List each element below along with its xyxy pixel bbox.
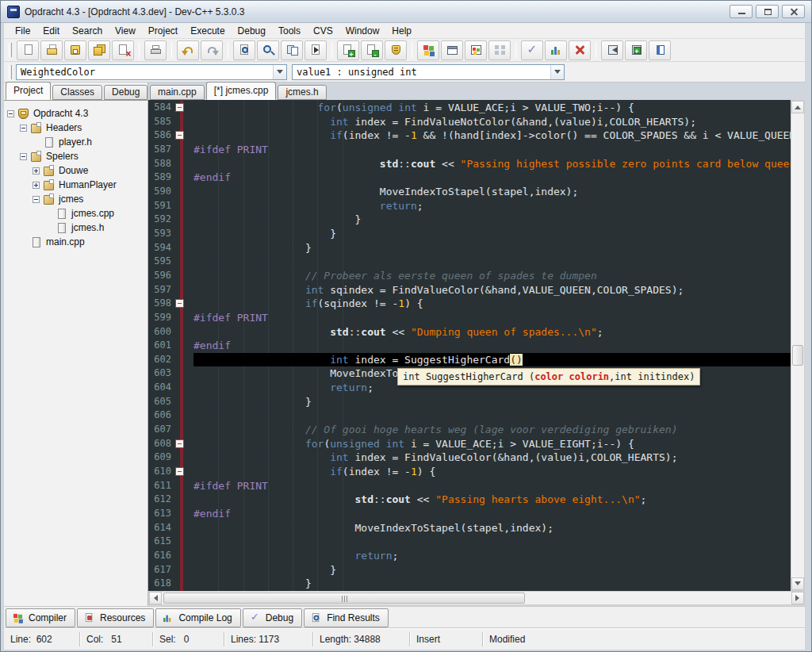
menu-project[interactable]: Project (142, 24, 184, 38)
find-button[interactable] (233, 40, 255, 60)
tree-item-player-h[interactable]: player.h (4, 135, 147, 149)
fold-marker-icon[interactable] (175, 299, 184, 308)
collapse-icon[interactable] (7, 110, 14, 117)
line-number[interactable]: 595 (148, 255, 175, 269)
tree-item-headers[interactable]: Headers (4, 121, 147, 135)
line-number[interactable]: 609 (148, 451, 175, 465)
titlebar[interactable]: Opdracht 4.3 - [Opdracht 4.3.dev] - Dev-… (1, 1, 811, 23)
window-add-button[interactable] (625, 40, 647, 60)
fold-marker-icon[interactable] (175, 103, 184, 112)
line-number[interactable]: 617 (148, 563, 175, 577)
code-line[interactable]: 608 for(unsigned int i = VALUE_ACE;i > V… (148, 437, 791, 451)
code-line[interactable]: 587#ifdef PRINT (148, 143, 791, 157)
menu-help[interactable]: Help (385, 24, 418, 38)
menu-debug[interactable]: Debug (232, 24, 272, 38)
code-line[interactable]: 611#ifdef PRINT (148, 479, 791, 493)
tree-item-jcmes-cpp[interactable]: jcmes.cpp (4, 206, 147, 221)
compile-button[interactable] (337, 40, 359, 60)
code-line[interactable]: 606 (148, 408, 791, 423)
line-number[interactable]: 588 (148, 157, 175, 171)
line-number[interactable]: 603 (148, 366, 175, 381)
maximize-button[interactable] (756, 5, 779, 18)
line-number[interactable]: 611 (148, 479, 175, 493)
line-number[interactable]: 598 (148, 297, 175, 311)
code-line[interactable]: 585 int index = FindValueNotColor(&hand,… (148, 115, 791, 129)
line-number[interactable]: 592 (148, 213, 175, 227)
line-number[interactable]: 591 (148, 199, 175, 213)
bottom-tab-compile-log[interactable]: Compile Log (155, 608, 240, 627)
syntax-check-button[interactable] (521, 40, 543, 60)
find-in-files-button[interactable] (257, 40, 279, 60)
menu-file[interactable]: File (9, 24, 36, 38)
line-number[interactable]: 615 (148, 535, 175, 549)
replace-button[interactable] (281, 40, 303, 60)
minimize-button[interactable] (730, 5, 753, 18)
tree-item-main-cpp[interactable]: main.cpp (4, 235, 147, 249)
chevron-down-icon[interactable] (550, 65, 564, 79)
abort-compilation-button[interactable] (569, 40, 591, 60)
code-line[interactable]: 605 } (148, 395, 791, 409)
goto-line-button[interactable] (304, 40, 327, 60)
menu-view[interactable]: View (109, 24, 142, 38)
code-line[interactable]: 598 if(sqindex != -1) { (148, 297, 791, 311)
line-number[interactable]: 599 (148, 311, 175, 325)
line-number[interactable]: 604 (148, 381, 175, 395)
line-number[interactable]: 586 (148, 128, 175, 143)
debug-button[interactable] (385, 40, 407, 60)
code-line[interactable]: 599#ifdef PRINT (148, 311, 791, 325)
editor-tab-jcmes-cpp[interactable]: [*] jcmes.cpp (206, 82, 277, 100)
window-view-button[interactable] (649, 40, 671, 60)
code-line[interactable]: 595 (148, 255, 791, 269)
scroll-up-button[interactable] (791, 101, 804, 113)
tree-item-jcmes-h[interactable]: jcmes.h (4, 221, 147, 235)
line-number[interactable]: 610 (148, 465, 175, 479)
undo-button[interactable] (177, 40, 199, 60)
code-line[interactable]: 594 } (148, 241, 791, 255)
code-editor[interactable]: 584 for(unsigned int i = VALUE_ACE;i > V… (148, 100, 791, 591)
scroll-right-button[interactable] (791, 592, 804, 604)
tab-classes[interactable]: Classes (52, 85, 102, 100)
menu-tools[interactable]: Tools (272, 24, 307, 38)
vertical-scrollbar-thumb[interactable] (792, 345, 803, 366)
menu-edit[interactable]: Edit (36, 24, 66, 38)
expand-icon[interactable] (33, 167, 40, 175)
line-number[interactable]: 612 (148, 493, 175, 507)
collapse-icon[interactable] (20, 153, 27, 160)
tree-item-opdracht-4-3[interactable]: Opdracht 4.3 (4, 106, 147, 121)
editor-tab-main-cpp[interactable]: main.cpp (150, 85, 205, 100)
rebuild-all-button[interactable] (441, 40, 463, 60)
code-line[interactable]: 613#endif (148, 507, 791, 521)
line-number[interactable]: 596 (148, 269, 175, 283)
chevron-down-icon[interactable] (273, 65, 286, 79)
line-number[interactable]: 589 (148, 171, 175, 185)
compile-and-run-button[interactable] (417, 40, 439, 60)
run-button[interactable] (361, 40, 383, 60)
code-line[interactable]: 590 MoveIndexToStapel(stapel,index); (148, 185, 791, 199)
line-number[interactable]: 607 (148, 423, 175, 437)
line-number[interactable]: 587 (148, 143, 175, 157)
line-number[interactable]: 590 (148, 185, 175, 199)
line-number[interactable]: 606 (148, 408, 175, 423)
open-button[interactable] (40, 40, 63, 60)
tree-item-spelers[interactable]: Spelers (4, 149, 147, 163)
code-line[interactable]: 612 std::cout << "Passing hearts above e… (148, 493, 791, 507)
line-number[interactable]: 593 (148, 227, 175, 241)
horizontal-scrollbar[interactable] (148, 591, 805, 605)
line-number[interactable]: 608 (148, 437, 175, 451)
line-number[interactable]: 600 (148, 325, 175, 339)
member-browser-combo[interactable]: value1 : unsigned int (292, 64, 565, 80)
menu-window[interactable]: Window (339, 24, 386, 38)
code-line[interactable]: 615 (148, 535, 791, 549)
new-file-button[interactable] (17, 40, 39, 60)
bottom-tab-find-results[interactable]: Find Results (304, 608, 389, 627)
window-prev-button[interactable] (601, 40, 623, 60)
close-button[interactable] (782, 5, 805, 18)
tree-item-jcmes[interactable]: jcmes (4, 192, 147, 206)
save-all-button[interactable] (88, 40, 110, 60)
menu-search[interactable]: Search (66, 24, 109, 38)
code-line[interactable]: 586 if(index != -1 && !(hand[index]->col… (148, 128, 791, 143)
code-line[interactable]: 596 // Probeer als eerste queen of spade… (148, 269, 791, 283)
code-line[interactable]: 617 } (148, 563, 791, 577)
bottom-tab-resources[interactable]: Resources (77, 608, 154, 627)
code-line[interactable]: 602 int index = SuggestHigherCard() (148, 353, 791, 367)
